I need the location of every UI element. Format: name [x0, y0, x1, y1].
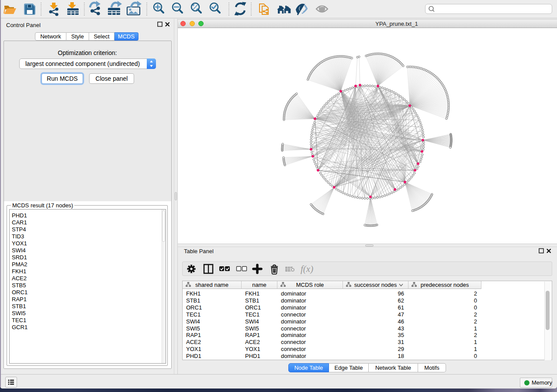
- svg-text:f(x): f(x): [301, 264, 313, 274]
